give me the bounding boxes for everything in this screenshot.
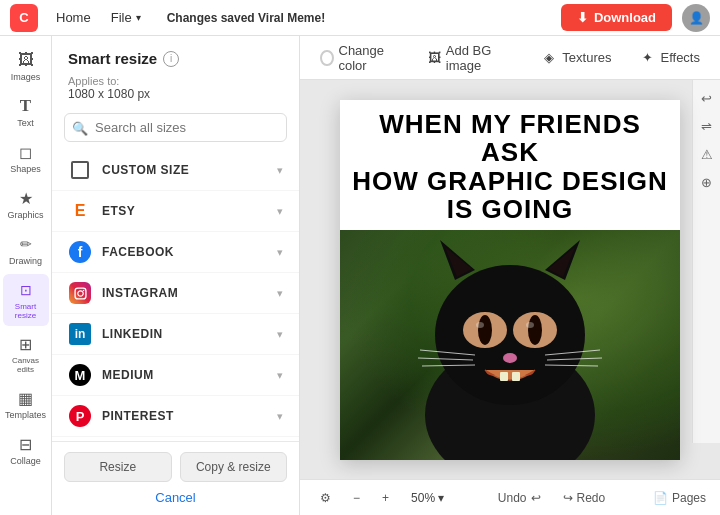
applies-to-section: Applies to: 1080 x 1080 px [52,75,299,109]
shapes-icon: ◻ [16,142,36,162]
canvas-toolbar: Change color 🖼 Add BG image ◈ Textures ✦… [300,36,720,80]
platform-item-custom[interactable]: CUSTOM SIZE ▾ [52,150,299,191]
svg-point-15 [528,315,542,345]
platform-item-facebook[interactable]: f FACEBOOK ▾ [52,232,299,273]
custom-chevron-icon: ▾ [277,164,283,177]
platform-item-linkedin[interactable]: in LINKEDIN ▾ [52,314,299,355]
redo-button[interactable]: ↪ Redo [557,488,612,508]
images-icon: 🖼 [16,50,36,70]
svg-point-13 [476,322,484,328]
info-icon[interactable]: i [163,51,179,67]
platform-item-instagram[interactable]: INSTAGRAM ▾ [52,273,299,314]
linkedin-chevron-icon: ▾ [277,328,283,341]
applies-label: Applies to: [68,75,283,87]
sidebar-item-smart-resize[interactable]: ⊡ Smart resize [3,274,49,326]
meme-text-line1: WHEN MY FRIENDS ASK [350,110,670,167]
nav-menu: Home File ▾ [48,6,149,29]
undo-button[interactable]: Undo ↩ [492,488,547,508]
panel-title: Smart resize [68,50,157,67]
add-bg-image-button[interactable]: 🖼 Add BG image [422,39,520,77]
sidebar-item-drawing[interactable]: ✏ Drawing [3,228,49,272]
undo-label: Undo [498,491,527,505]
flip-tool[interactable]: ⇌ [697,116,717,136]
smart-resize-icon: ⊡ [16,280,36,300]
search-input[interactable] [64,113,287,142]
redo-icon: ↪ [563,491,573,505]
platform-item-etsy[interactable]: E ETSY ▾ [52,191,299,232]
resize-bottom: Resize Copy & resize Cancel [52,441,299,515]
canvas-content: ↩ ⇌ ⚠ ⊕ WHEN MY FRIENDS ASK HOW GRAPHIC … [300,80,720,479]
zoom-selector[interactable]: 50% ▾ [405,488,450,508]
facebook-chevron-icon: ▾ [277,246,283,259]
resize-button[interactable]: Resize [64,452,172,482]
download-button[interactable]: ⬇ Download [561,4,672,31]
zoom-in-button[interactable]: + [376,488,395,508]
textures-button[interactable]: ◈ Textures [535,46,617,70]
settings-icon: ⚙ [320,491,331,505]
sidebar-item-images[interactable]: 🖼 Images [3,44,49,88]
user-avatar[interactable]: 👤 [682,4,710,32]
file-nav[interactable]: File ▾ [103,6,149,29]
add-bg-label: Add BG image [446,43,514,73]
svg-point-17 [503,353,517,363]
collage-icon: ⊟ [16,434,36,454]
effects-button[interactable]: ✦ Effects [633,46,706,70]
home-nav[interactable]: Home [48,6,99,29]
sidebar-item-text[interactable]: T Text [3,90,49,134]
linkedin-label: LINKEDIN [102,327,277,341]
color-circle-icon [320,50,334,66]
pinterest-icon: P [68,404,92,428]
canvas-area: Change color 🖼 Add BG image ◈ Textures ✦… [300,36,720,515]
copy-resize-button[interactable]: Copy & resize [180,452,288,482]
undo-icon: ↩ [531,491,541,505]
svg-point-6 [435,265,585,405]
custom-size-icon [68,158,92,182]
canvas-document: WHEN MY FRIENDS ASK HOW GRAPHIC DESIGN I… [340,100,680,460]
warning-tool[interactable]: ⚠ [697,144,717,164]
sidebar-item-canvas-edits[interactable]: ⊞ Canvas edits [3,328,49,380]
zoom-out-button[interactable]: − [347,488,366,508]
sidebar-item-templates[interactable]: ▦ Templates [3,382,49,426]
svg-point-16 [526,322,534,328]
svg-point-1 [77,290,82,295]
svg-point-2 [82,289,84,291]
save-status: Changes saved Viral Meme! [167,11,326,25]
sidebar-item-collage[interactable]: ⊟ Collage [3,428,49,472]
text-icon: T [16,96,36,116]
change-color-button[interactable]: Change color [314,39,406,77]
resize-action-buttons: Resize Copy & resize [64,452,287,482]
crop-tool[interactable]: ⊕ [697,172,717,192]
effects-label: Effects [660,50,700,65]
meme-image [340,230,680,460]
cancel-link[interactable]: Cancel [64,488,287,507]
svg-rect-0 [75,288,86,299]
zoom-dropdown-arrow: ▾ [438,491,444,505]
linkedin-icon: in [68,322,92,346]
pages-label: Pages [672,491,706,505]
bottom-bar: ⚙ − + 50% ▾ Undo ↩ ↪ Redo 📄 [300,479,720,515]
pages-icon: 📄 [653,491,668,505]
right-tools-panel: ↩ ⇌ ⚠ ⊕ [692,80,720,443]
medium-chevron-icon: ▾ [277,369,283,382]
facebook-label: FACEBOOK [102,245,277,259]
instagram-chevron-icon: ▾ [277,287,283,300]
topbar: C Home File ▾ Changes saved Viral Meme! … [0,0,720,36]
textures-icon: ◈ [541,50,557,66]
meme-text: WHEN MY FRIENDS ASK HOW GRAPHIC DESIGN I… [340,100,680,230]
sidebar-item-graphics[interactable]: ★ Graphics [3,182,49,226]
textures-label: Textures [562,50,611,65]
custom-size-label: CUSTOM SIZE [102,163,277,177]
zoom-value: 50% [411,491,435,505]
platform-item-pinterest[interactable]: P PINTEREST ▾ [52,396,299,437]
sidebar-item-shapes[interactable]: ◻ Shapes [3,136,49,180]
undo-tool[interactable]: ↩ [697,88,717,108]
platform-item-medium[interactable]: M MEDIUM ▾ [52,355,299,396]
settings-button[interactable]: ⚙ [314,488,337,508]
zoom-out-icon: − [353,491,360,505]
change-color-label: Change color [339,43,400,73]
templates-icon: ▦ [16,388,36,408]
pages-control[interactable]: 📄 Pages [653,491,706,505]
zoom-in-icon: + [382,491,389,505]
drawing-icon: ✏ [16,234,36,254]
download-icon: ⬇ [577,10,588,25]
